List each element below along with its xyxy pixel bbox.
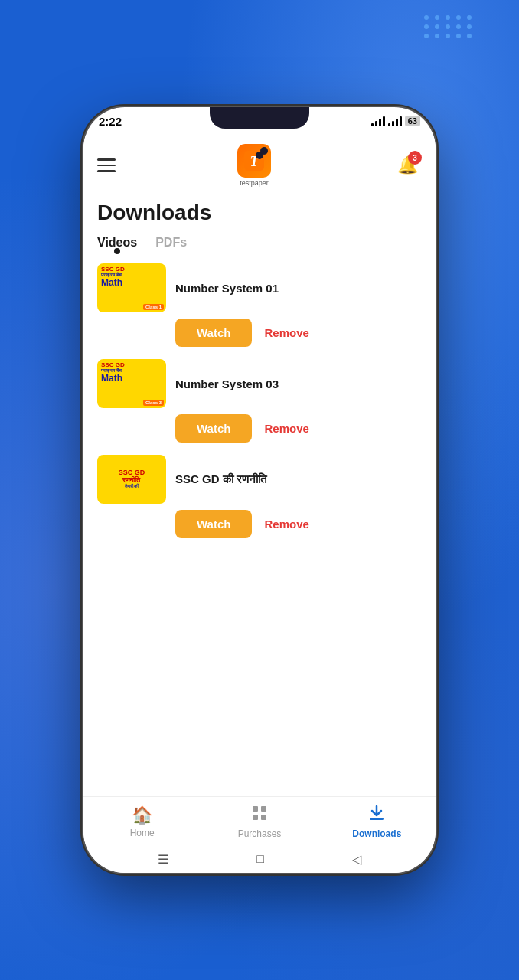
tab-pdfs[interactable]: PDFs	[155, 236, 187, 254]
purchases-icon	[251, 805, 268, 826]
logo-badge: T	[237, 144, 271, 178]
tab-videos[interactable]: Videos	[97, 236, 137, 254]
android-back-btn[interactable]: ◁	[352, 852, 361, 867]
nav-label-home: Home	[130, 828, 155, 838]
page-title: Downloads	[97, 201, 422, 225]
home-icon: 🏠	[132, 805, 152, 825]
nav-label-purchases: Purchases	[238, 828, 282, 839]
nav-item-downloads[interactable]: Downloads	[350, 805, 403, 839]
status-icons: 63	[371, 116, 420, 126]
video-list: SSC GD पराक्रम बैंच Math Class 1 Number …	[97, 263, 422, 538]
svg-rect-4	[261, 806, 266, 812]
bottom-nav: 🏠 Home Purchases	[83, 796, 436, 845]
video-item-2: SSC GD पराक्रम बैंच Math Class 3 Number …	[97, 359, 422, 443]
video-actions-2: Watch Remove	[97, 414, 422, 443]
android-menu-btn[interactable]: ☰	[158, 852, 168, 867]
video-thumbnail-3: SSC GDरणनीति तैयारी की	[97, 455, 166, 504]
page-content: Downloads Videos PDFs SSC GD	[83, 193, 436, 796]
video-thumbnail-2: SSC GD पराक्रम बैंच Math Class 3	[97, 359, 166, 408]
status-time: 2:22	[99, 115, 122, 128]
svg-rect-5	[253, 815, 258, 820]
video-info-1: SSC GD पराक्रम बैंच Math Class 1 Number …	[97, 263, 422, 312]
android-home-btn[interactable]: □	[256, 852, 264, 866]
remove-button-3[interactable]: Remove	[264, 518, 308, 531]
video-item-1: SSC GD पराक्रम बैंच Math Class 1 Number …	[97, 263, 422, 347]
battery-icon: 63	[405, 116, 420, 126]
top-nav: T testpaper 🔔 3	[83, 135, 436, 193]
notification-badge: 3	[408, 151, 422, 165]
remove-button-2[interactable]: Remove	[264, 422, 308, 435]
downloads-icon	[368, 805, 385, 826]
notch	[210, 107, 309, 129]
phone-frame: 2:22 63	[83, 107, 436, 873]
video-item-3: SSC GDरणनीति तैयारी की SSC GD की रणनीति …	[97, 455, 422, 538]
video-actions-3: Watch Remove	[97, 510, 422, 538]
signal-bars-1	[371, 116, 385, 126]
menu-button[interactable]	[97, 158, 116, 172]
svg-rect-7	[370, 818, 384, 820]
video-title-1: Number System 01	[175, 282, 279, 295]
video-thumbnail-1: SSC GD पराक्रम बैंच Math Class 1	[97, 263, 166, 312]
tabs-container: Videos PDFs	[97, 236, 422, 254]
video-info-3: SSC GDरणनीति तैयारी की SSC GD की रणनीति	[97, 455, 422, 504]
video-info-2: SSC GD पराक्रम बैंच Math Class 3 Number …	[97, 359, 422, 408]
nav-item-purchases[interactable]: Purchases	[233, 805, 286, 839]
nav-item-home[interactable]: 🏠 Home	[116, 805, 169, 838]
svg-rect-6	[261, 815, 266, 820]
logo-icon: T	[243, 149, 266, 172]
android-nav-bar: ☰ □ ◁	[83, 845, 436, 873]
watch-button-1[interactable]: Watch	[175, 318, 252, 347]
video-actions-1: Watch Remove	[97, 318, 422, 347]
screen: T testpaper 🔔 3 Downloads Videos PDF	[83, 135, 436, 873]
logo-text: testpaper	[240, 179, 269, 187]
video-title-3: SSC GD की रणनीति	[175, 472, 266, 486]
svg-point-2	[256, 152, 263, 159]
svg-rect-3	[253, 806, 258, 812]
notification-button[interactable]: 🔔 3	[393, 151, 422, 180]
remove-button-1[interactable]: Remove	[264, 326, 308, 339]
logo-container: T testpaper	[237, 144, 271, 187]
watch-button-2[interactable]: Watch	[175, 414, 252, 443]
signal-bars-2	[388, 116, 402, 126]
nav-label-downloads: Downloads	[352, 828, 401, 839]
watch-button-3[interactable]: Watch	[175, 510, 252, 538]
video-title-2: Number System 03	[175, 377, 279, 390]
